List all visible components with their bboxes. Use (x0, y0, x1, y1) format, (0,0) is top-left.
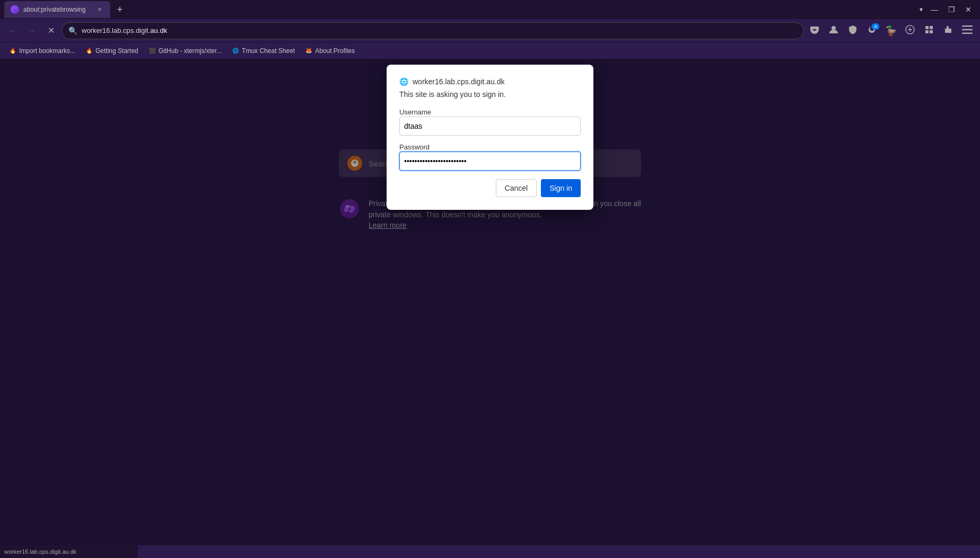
bookmark-getting-started-icon: 🔥 (85, 47, 93, 55)
dialog-overlay: 🌐 worker16.lab.cps.digit.au.dk This site… (0, 59, 980, 545)
statusbar-text: worker16.lab.cps.digit.au.dk (4, 548, 76, 555)
extensions-icon (943, 24, 953, 37)
dialog-site-row: 🌐 worker16.lab.cps.digit.au.dk (399, 77, 581, 86)
menu-button[interactable] (959, 22, 976, 39)
restore-button[interactable]: ❐ (944, 2, 959, 17)
shield-button[interactable] (844, 22, 861, 39)
url-bar[interactable]: 🔍 worker16.lab.cps.digit.au.dk (62, 22, 804, 39)
addons-icon (924, 24, 934, 37)
tab-dropdown-button[interactable]: ▾ (917, 4, 925, 15)
stop-icon: ✕ (48, 25, 55, 36)
duckduckgo-icon: 🦆 (885, 25, 897, 37)
bookmark-github-label: GitHub - xtermjs/xter... (159, 47, 222, 55)
bookmark-github-icon: ⬛ (148, 47, 156, 55)
statusbar: worker16.lab.cps.digit.au.dk (0, 545, 138, 558)
url-highlight: au.dk (150, 26, 167, 34)
extensions-button[interactable] (940, 22, 957, 39)
titlebar: about:privatebrowsing × + ▾ — ❐ ✕ (0, 0, 980, 19)
bookmark-tmux[interactable]: 🌐 Tmux Cheat Sheet (227, 45, 299, 57)
sync-badge: 4 (872, 23, 879, 30)
bookmark-import-icon: 🔥 (8, 47, 17, 55)
svg-point-0 (832, 26, 836, 30)
titlebar-left: about:privatebrowsing × + (4, 1, 127, 18)
bookmark-about-profiles[interactable]: 🦊 About Profiles (300, 45, 359, 57)
username-input[interactable] (399, 117, 581, 136)
bookmark-tmux-label: Tmux Cheat Sheet (242, 47, 295, 55)
forward-button[interactable]: → (23, 22, 40, 39)
password-input[interactable] (399, 152, 581, 171)
url-prefix: worker16.lab.cps.digit. (82, 26, 150, 34)
close-window-button[interactable]: ✕ (961, 2, 976, 17)
profile-button[interactable] (825, 22, 842, 39)
username-label: Username (399, 108, 431, 116)
bookmark-tmux-icon: 🌐 (231, 47, 240, 55)
bookmark-profiles-icon: 🦊 (304, 47, 313, 55)
titlebar-right: ▾ — ❐ ✕ (917, 2, 976, 17)
private-tab-icon (11, 5, 19, 14)
active-tab[interactable]: about:privatebrowsing × (4, 1, 110, 18)
forward-icon: → (28, 26, 36, 36)
bookmark-github-xterm[interactable]: ⬛ GitHub - xtermjs/xter... (144, 45, 226, 57)
pocket-button[interactable] (806, 22, 823, 39)
duckduckgo-button[interactable]: 🦆 (882, 22, 899, 39)
svg-rect-3 (930, 26, 933, 29)
new-tab-button[interactable]: + (112, 2, 127, 17)
tab-title: about:privatebrowsing (23, 6, 91, 13)
main-content: Firefox Search with DuckDuckGo or enter … (0, 59, 980, 545)
pocket-icon (809, 24, 820, 37)
bookmark-profiles-label: About Profiles (315, 47, 355, 55)
auth-dialog: 🌐 worker16.lab.cps.digit.au.dk This site… (387, 65, 593, 210)
back-icon: ← (8, 26, 17, 36)
signin-button[interactable]: Sign in (541, 179, 581, 197)
password-label: Password (399, 143, 430, 151)
container-icon (905, 24, 915, 37)
container-button[interactable] (902, 22, 918, 39)
svg-rect-8 (962, 33, 973, 34)
dialog-prompt: This site is asking you to sign in. (399, 90, 581, 99)
svg-rect-6 (962, 25, 973, 27)
menu-icon (962, 25, 973, 36)
bookmark-getting-started[interactable]: 🔥 Getting Started (81, 45, 143, 57)
search-icon: 🔍 (68, 26, 77, 35)
minimize-button[interactable]: — (927, 2, 942, 17)
stop-button[interactable]: ✕ (42, 22, 59, 39)
toolbar-right: 4 🦆 (806, 22, 976, 39)
svg-rect-2 (925, 26, 929, 29)
profile-icon (828, 24, 839, 37)
bookmark-getting-started-label: Getting Started (95, 47, 138, 55)
toolbar: ← → ✕ 🔍 worker16.lab.cps.digit.au.dk (0, 19, 980, 42)
dialog-buttons: Cancel Sign in (399, 179, 581, 197)
url-text: worker16.lab.cps.digit.au.dk (82, 26, 797, 34)
bookmark-import[interactable]: 🔥 Import bookmarks... (4, 45, 80, 57)
bookmark-import-label: Import bookmarks... (19, 47, 75, 55)
dialog-site-url: worker16.lab.cps.digit.au.dk (413, 77, 505, 86)
tab-close-button[interactable]: × (95, 5, 104, 14)
sync-button[interactable]: 4 (863, 22, 880, 39)
globe-icon: 🌐 (399, 77, 408, 86)
bookmarks-bar: 🔥 Import bookmarks... 🔥 Getting Started … (0, 42, 980, 59)
addons-button[interactable] (921, 22, 938, 39)
cancel-button[interactable]: Cancel (496, 179, 537, 197)
svg-rect-4 (925, 30, 929, 33)
back-button[interactable]: ← (4, 22, 21, 39)
svg-rect-7 (962, 29, 973, 31)
shield-icon (847, 24, 858, 37)
svg-rect-5 (930, 30, 933, 33)
